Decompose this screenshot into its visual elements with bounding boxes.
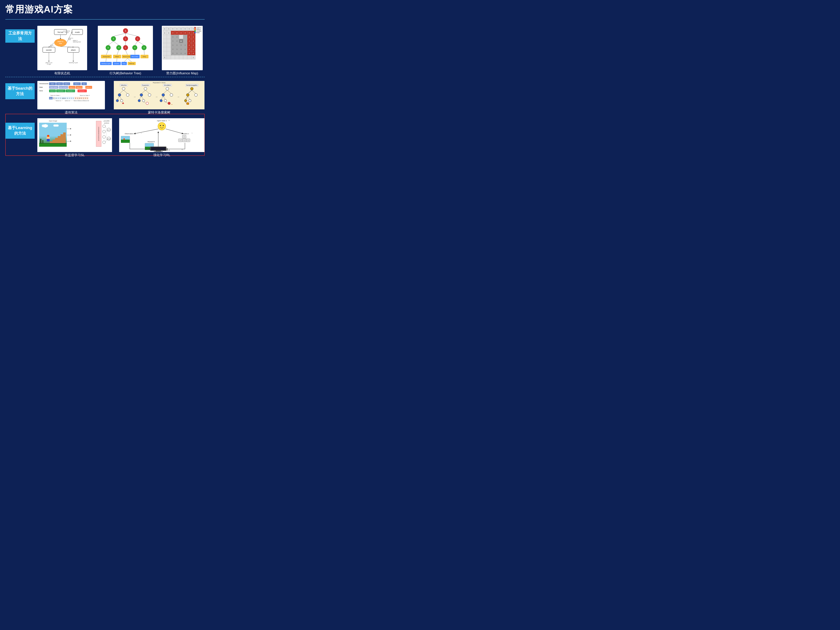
svg-text:3: 3 bbox=[172, 36, 173, 38]
svg-text:Entry: Entry bbox=[143, 56, 146, 57]
svg-line-298 bbox=[144, 102, 146, 103]
svg-rect-101 bbox=[179, 35, 183, 39]
svg-rect-141 bbox=[179, 55, 183, 59]
svg-text:E: E bbox=[75, 98, 76, 99]
category-label-industry: 工业界常用方法 bbox=[5, 29, 35, 43]
svg-text:→: → bbox=[187, 139, 189, 141]
svg-point-299 bbox=[146, 102, 148, 104]
svg-text:Observation O: Observation O bbox=[125, 133, 135, 134]
svg-text:3: 3 bbox=[177, 44, 177, 46]
svg-text:Parameter 2: Parameter 2 bbox=[67, 90, 74, 92]
svg-text:←: ← bbox=[179, 139, 181, 141]
svg-point-307 bbox=[160, 99, 163, 102]
svg-text:safe: safe bbox=[68, 39, 71, 40]
svg-text:5: 5 bbox=[54, 98, 54, 99]
svg-line-14 bbox=[67, 32, 72, 43]
svg-text:3: 3 bbox=[185, 44, 185, 46]
svg-point-303 bbox=[162, 93, 165, 96]
svg-text:State: State bbox=[39, 87, 43, 88]
svg-text:run?: run? bbox=[107, 129, 111, 131]
svg-line-38 bbox=[126, 33, 137, 36]
svg-line-306 bbox=[163, 96, 165, 99]
svg-rect-130 bbox=[167, 51, 171, 55]
ga-panel: Chromosome Start State 1 State 2 ... Sta… bbox=[37, 81, 105, 109]
row-divider-1 bbox=[5, 77, 205, 77]
svg-text:4: 4 bbox=[113, 38, 114, 40]
bt-panel: 1 4 1 1 4 4 1 4 4 bbox=[98, 26, 153, 70]
svg-text:player is: player is bbox=[58, 41, 63, 42]
svg-text:1: 1 bbox=[137, 38, 138, 40]
title-underline bbox=[5, 19, 205, 20]
mcts-step-expansion: Expansion bbox=[137, 84, 155, 105]
svg-text:8: 8 bbox=[81, 98, 82, 99]
svg-text:Gene 1:2: Gene 1:2 bbox=[65, 100, 70, 101]
svg-text:1: 1 bbox=[177, 28, 177, 30]
svg-line-52 bbox=[135, 41, 137, 45]
svg-point-315 bbox=[194, 93, 197, 96]
svg-text:t: t bbox=[192, 133, 192, 134]
svg-text:State marker: State marker bbox=[50, 87, 57, 88]
svg-text:found: found bbox=[50, 45, 53, 46]
svg-text:4: 4 bbox=[193, 52, 194, 54]
svg-line-65 bbox=[117, 50, 119, 55]
svg-text:Start: Start bbox=[51, 83, 54, 85]
svg-text:4: 4 bbox=[185, 52, 185, 54]
svg-point-292 bbox=[140, 93, 143, 96]
rl-panel: Agent State S a t Observation O t Reward… bbox=[119, 118, 204, 152]
im-panel: Legend 1 Terrain 2 Condition Action bbox=[162, 26, 203, 70]
svg-text:jump?: jump? bbox=[107, 138, 111, 140]
svg-rect-142 bbox=[183, 55, 187, 59]
svg-point-296 bbox=[138, 99, 141, 102]
svg-line-309 bbox=[165, 102, 168, 103]
svg-text:4: 4 bbox=[87, 98, 88, 99]
svg-line-77 bbox=[106, 58, 106, 62]
svg-text:1: 1 bbox=[168, 28, 169, 30]
svg-rect-98 bbox=[167, 35, 171, 39]
svg-text:3: 3 bbox=[172, 52, 173, 54]
svg-text:wander: wander bbox=[46, 49, 52, 51]
svg-text:a: a bbox=[169, 120, 169, 121]
svg-line-281 bbox=[120, 90, 123, 94]
svg-line-49 bbox=[108, 41, 114, 45]
svg-text:Gene ID: Gene ID bbox=[50, 90, 55, 92]
svg-line-16 bbox=[60, 47, 73, 47]
svg-text:3: 3 bbox=[177, 48, 177, 50]
page-title: 常用游戏AI方案 bbox=[5, 3, 73, 16]
svg-rect-97 bbox=[163, 35, 167, 39]
svg-text:1: 1 bbox=[193, 28, 194, 30]
fsm-panel: find aid healthpoints are low evade wand… bbox=[37, 26, 87, 70]
svg-text:4: 4 bbox=[107, 47, 109, 49]
svg-rect-129 bbox=[163, 51, 167, 55]
svg-line-78 bbox=[117, 58, 117, 62]
bt-diagram: 1 4 1 1 4 4 1 4 4 bbox=[99, 27, 152, 69]
svg-text:near: near bbox=[59, 43, 62, 44]
svg-line-64 bbox=[106, 50, 108, 55]
sl-input-label: input image bbox=[49, 120, 57, 122]
mcts-step-backpropagation: Backpropagation bbox=[180, 84, 204, 105]
svg-text:1: 1 bbox=[189, 28, 189, 30]
svg-line-312 bbox=[188, 90, 192, 94]
svg-text:are low: are low bbox=[65, 32, 69, 33]
svg-text:3: 3 bbox=[172, 48, 173, 50]
svg-text:1: 1 bbox=[125, 47, 126, 49]
svg-line-50 bbox=[114, 41, 119, 45]
svg-text:Gene: Gene bbox=[39, 90, 43, 92]
mcts-repeated-label: Repeated X times bbox=[115, 82, 204, 84]
svg-text:...: ... bbox=[76, 90, 77, 92]
svg-text:3: 3 bbox=[180, 48, 182, 50]
svg-point-297 bbox=[142, 99, 145, 102]
svg-text:3: 3 bbox=[180, 44, 182, 46]
svg-text:Agent State  S: Agent State S bbox=[157, 120, 167, 122]
svg-point-341 bbox=[163, 125, 164, 126]
svg-line-291 bbox=[145, 90, 150, 94]
svg-rect-140 bbox=[175, 55, 179, 59]
svg-text:4: 4 bbox=[193, 40, 194, 42]
svg-text:Gene x.1: Gene x.1 bbox=[69, 87, 75, 88]
svg-line-286 bbox=[120, 96, 122, 99]
svg-text:4: 4 bbox=[69, 98, 70, 99]
svg-text:Gene x.n: Gene x.n bbox=[86, 87, 92, 88]
svg-text:State 1: State 1 bbox=[57, 83, 62, 85]
svg-text:State m: State m bbox=[75, 83, 79, 85]
svg-text:3: 3 bbox=[172, 40, 173, 42]
ga-diagram: Chromosome Start State 1 State 2 ... Sta… bbox=[38, 82, 104, 108]
